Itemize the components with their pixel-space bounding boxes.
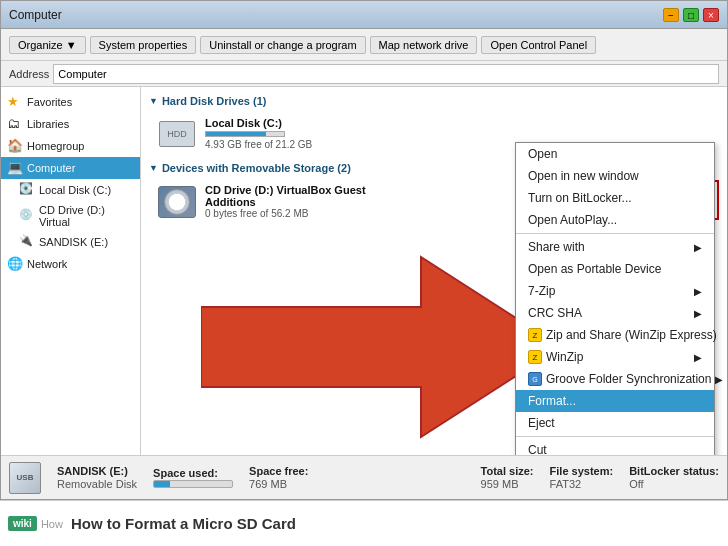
context-menu-winzip[interactable]: Z WinZip ▶ xyxy=(516,346,714,368)
sidebar-item-homegroup[interactable]: 🏠 Homegroup xyxy=(1,135,140,157)
sidebar-label: SANDISK (E:) xyxy=(39,236,108,248)
context-menu-bitlocker-label: Turn on BitLocker... xyxy=(528,191,632,205)
progress-bar xyxy=(153,480,233,488)
context-menu-crc-sha-label: CRC SHA xyxy=(528,306,582,320)
status-total-size-item: Total size: 959 MB xyxy=(481,465,534,490)
explorer-window: Computer − □ × Organize ▼ System propert… xyxy=(0,0,728,500)
sidebar-item-sandisk-e[interactable]: 🔌 SANDISK (E:) xyxy=(1,231,140,253)
status-space-free-item: Space free: 769 MB xyxy=(249,465,308,490)
hdd-section-header: Hard Disk Drives (1) xyxy=(149,95,719,107)
progress-bar-fill xyxy=(154,481,170,487)
context-menu-eject[interactable]: Eject xyxy=(516,412,714,434)
sidebar-item-local-disk-c[interactable]: 💽 Local Disk (C:) xyxy=(1,179,140,201)
sidebar-label: Favorites xyxy=(27,96,72,108)
maximize-button[interactable]: □ xyxy=(683,8,699,22)
status-drive-name: SANDISK (E:) xyxy=(57,465,137,477)
wiki-how: How xyxy=(41,518,63,530)
context-menu-share-with-label: Share with xyxy=(528,240,585,254)
groove-arrow: ▶ xyxy=(715,374,723,385)
context-menu-groove[interactable]: G Groove Folder Synchronization ▶ xyxy=(516,368,714,390)
separator-1 xyxy=(516,233,714,234)
context-menu-eject-label: Eject xyxy=(528,416,555,430)
context-menu-open-label: Open xyxy=(528,147,557,161)
wiki-logo: wiki xyxy=(8,516,37,531)
sidebar: ★ Favorites 🗂 Libraries 🏠 Homegroup 💻 Co… xyxy=(1,87,141,455)
sidebar-label: CD Drive (D:) Virtual xyxy=(39,204,134,228)
address-label: Address xyxy=(9,68,49,80)
file-area: Hard Disk Drives (1) HDD Local Disk (C:)… xyxy=(141,87,727,455)
context-menu-crc-sha[interactable]: CRC SHA ▶ xyxy=(516,302,714,324)
address-input[interactable] xyxy=(53,64,719,84)
minimize-button[interactable]: − xyxy=(663,8,679,22)
close-button[interactable]: × xyxy=(703,8,719,22)
context-menu-share-with[interactable]: Share with ▶ xyxy=(516,236,714,258)
sidebar-item-computer[interactable]: 💻 Computer xyxy=(1,157,140,179)
context-menu-7zip[interactable]: 7-Zip ▶ xyxy=(516,280,714,302)
sidebar-label: Libraries xyxy=(27,118,69,130)
sidebar-item-cd-drive-d[interactable]: 💿 CD Drive (D:) Virtual xyxy=(1,201,140,231)
address-bar: Address xyxy=(1,61,727,87)
context-menu-format[interactable]: Format... xyxy=(516,390,714,412)
title-bar-text: Computer xyxy=(9,8,663,22)
winzip-arrow: ▶ xyxy=(694,352,702,363)
winzip-express-container: Z Zip and Share (WinZip Express) xyxy=(528,328,717,342)
status-bar: USB SANDISK (E:) Removable Disk Space us… xyxy=(1,455,727,499)
status-file-system-label: File system: xyxy=(550,465,614,477)
system-properties-button[interactable]: System properties xyxy=(90,36,197,54)
cd-drive-name2: Additions xyxy=(205,196,366,208)
sidebar-item-libraries[interactable]: 🗂 Libraries xyxy=(1,113,140,135)
context-menu: Open Open in new window Turn on BitLocke… xyxy=(515,142,715,455)
winzip-express-icon: Z xyxy=(528,328,542,342)
computer-icon: 💻 xyxy=(7,160,23,176)
sidebar-label: Local Disk (C:) xyxy=(39,184,111,196)
map-drive-button[interactable]: Map network drive xyxy=(370,36,478,54)
status-total-size-label: Total size: xyxy=(481,465,534,477)
drive-item-cd-drive[interactable]: CD Drive (D:) VirtualBox Guest Additions… xyxy=(149,180,577,223)
groove-container: G Groove Folder Synchronization xyxy=(528,372,711,386)
context-menu-groove-label: Groove Folder Synchronization xyxy=(546,372,711,386)
cd-drive-info: CD Drive (D:) VirtualBox Guest Additions… xyxy=(205,184,366,219)
context-menu-winzip-express-label: Zip and Share (WinZip Express) xyxy=(546,328,717,342)
context-menu-format-label: Format... xyxy=(528,394,576,408)
network-icon: 🌐 xyxy=(7,256,23,272)
sidebar-label: Computer xyxy=(27,162,75,174)
context-menu-portable-device[interactable]: Open as Portable Device xyxy=(516,258,714,280)
local-disk-name: Local Disk (C:) xyxy=(205,117,711,129)
organize-button[interactable]: Organize ▼ xyxy=(9,36,86,54)
context-menu-open-new-window[interactable]: Open in new window xyxy=(516,165,714,187)
status-bitlocker-value: Off xyxy=(629,478,719,490)
status-file-system-value: FAT32 xyxy=(550,478,614,490)
context-menu-7zip-label: 7-Zip xyxy=(528,284,555,298)
context-menu-winzip-express[interactable]: Z Zip and Share (WinZip Express) xyxy=(516,324,714,346)
context-menu-winzip-label: WinZip xyxy=(546,350,583,364)
groove-icon: G xyxy=(528,372,542,386)
open-control-panel-button[interactable]: Open Control Panel xyxy=(481,36,596,54)
status-file-system-item: File system: FAT32 xyxy=(550,465,614,490)
toolbar: Organize ▼ System properties Uninstall o… xyxy=(1,29,727,61)
context-menu-open[interactable]: Open xyxy=(516,143,714,165)
context-menu-portable-device-label: Open as Portable Device xyxy=(528,262,661,276)
content-area: ★ Favorites 🗂 Libraries 🏠 Homegroup 💻 Co… xyxy=(1,87,727,455)
context-menu-autoplay-label: Open AutoPlay... xyxy=(528,213,617,227)
status-space-free-label: Space free: xyxy=(249,465,308,477)
svg-marker-0 xyxy=(201,257,561,437)
7zip-arrow: ▶ xyxy=(694,286,702,297)
star-icon: ★ xyxy=(7,94,23,110)
status-bitlocker-item: BitLocker status: Off xyxy=(629,465,719,490)
uninstall-button[interactable]: Uninstall or change a program xyxy=(200,36,365,54)
sidebar-item-network[interactable]: 🌐 Network xyxy=(1,253,140,275)
separator-2 xyxy=(516,436,714,437)
status-drive-name-item: SANDISK (E:) Removable Disk xyxy=(57,465,137,490)
status-space-used-item: Space used: xyxy=(153,467,233,488)
sidebar-label: Homegroup xyxy=(27,140,84,152)
context-menu-bitlocker[interactable]: Turn on BitLocker... xyxy=(516,187,714,209)
cd-drive-detail: 0 bytes free of 56.2 MB xyxy=(205,208,366,219)
context-menu-autoplay[interactable]: Open AutoPlay... xyxy=(516,209,714,231)
sidebar-item-favorites[interactable]: ★ Favorites xyxy=(1,91,140,113)
wiki-banner: wiki How How to Format a Micro SD Card xyxy=(0,500,728,546)
context-menu-cut[interactable]: Cut xyxy=(516,439,714,455)
sidebar-label: Network xyxy=(27,258,67,270)
cd-drive-name: CD Drive (D:) VirtualBox Guest xyxy=(205,184,366,196)
winzip-icon: Z xyxy=(528,350,542,364)
status-space-used-label: Space used: xyxy=(153,467,233,479)
